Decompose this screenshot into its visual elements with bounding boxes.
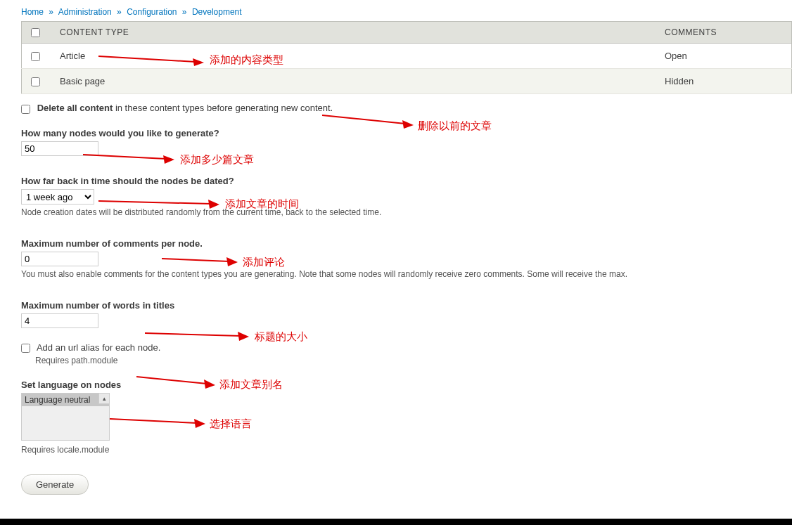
max-words-item: Maximum number of words in titles [21,300,771,328]
select-all-checkbox[interactable] [31,28,40,37]
table-header-comments: COMMENTS [658,22,792,44]
url-alias-requires: Requires path.module [35,356,771,365]
delete-all-label-suffix: in these content types before generating… [113,103,333,113]
page-root: Home » Administration » Configuration » … [0,0,792,525]
url-alias-item: Add an url alias for each node. Requires… [21,342,771,365]
generate-button[interactable]: Generate [21,474,89,495]
delete-all-checkbox[interactable] [21,105,30,114]
nodes-count-label: How many nodes would you like to generat… [21,128,219,138]
date-back-item: How far back in time should the nodes be… [21,176,771,217]
row-comments: Hidden [658,69,792,94]
svg-marker-5 [163,155,174,164]
table-header-checkbox [22,22,53,44]
breadcrumb-home[interactable]: Home [21,7,44,17]
date-back-select[interactable]: 1 week ago [21,189,94,205]
footer-bar [0,519,792,525]
language-label: Set language on nodes [21,379,121,390]
row-comments: Open [658,44,792,69]
url-alias-label: Add an url alias for each node. [37,342,160,353]
row-checkbox-basic-page[interactable] [31,77,40,86]
language-listbox[interactable]: Language neutral ▴ [21,393,110,441]
content-type-table: CONTENT TYPE COMMENTS Article Open Basic… [21,21,792,94]
language-item: Set language on nodes Language neutral ▴… [21,379,771,455]
breadcrumb-administration[interactable]: Administration [58,7,112,17]
table-header-content-type: CONTENT TYPE [53,22,658,44]
max-comments-description: You must also enable comments for the co… [21,269,771,279]
date-back-description: Node creation dates will be distributed … [21,207,771,217]
max-words-label: Maximum number of words in titles [21,300,174,311]
svg-line-2 [322,115,405,124]
max-words-input[interactable] [21,313,98,328]
url-alias-checkbox[interactable] [21,344,30,353]
language-option-neutral[interactable]: Language neutral [22,394,109,406]
max-comments-input[interactable] [21,252,98,266]
nodes-count-item: How many nodes would you like to generat… [21,128,771,156]
breadcrumb-configuration[interactable]: Configuration [127,7,177,17]
max-comments-label: Maximum number of comments per node. [21,238,203,249]
row-name: Basic page [53,69,658,94]
breadcrumb: Home » Administration » Configuration » … [0,7,792,21]
delete-all-label-bold: Delete all content [37,103,113,113]
breadcrumb-sep: » [114,7,124,17]
max-comments-item: Maximum number of comments per node. You… [21,238,771,279]
form-area: Delete all content in these content type… [0,103,792,508]
breadcrumb-sep: » [46,7,56,17]
table-row: Basic page Hidden [22,69,792,94]
row-name: Article [53,44,658,69]
scroll-up-icon[interactable]: ▴ [98,394,109,404]
annotation-arrow [145,327,249,342]
language-requires: Requires locale.module [21,445,771,455]
table-row: Article Open [22,44,792,69]
nodes-count-input[interactable] [21,141,98,156]
row-checkbox-article[interactable] [31,52,40,61]
delete-all-item: Delete all content in these content type… [21,103,771,113]
breadcrumb-sep: » [179,7,190,17]
date-back-label: How far back in time should the nodes be… [21,176,234,186]
svg-line-10 [145,333,241,336]
svg-marker-11 [238,332,249,341]
breadcrumb-development[interactable]: Development [192,7,242,17]
